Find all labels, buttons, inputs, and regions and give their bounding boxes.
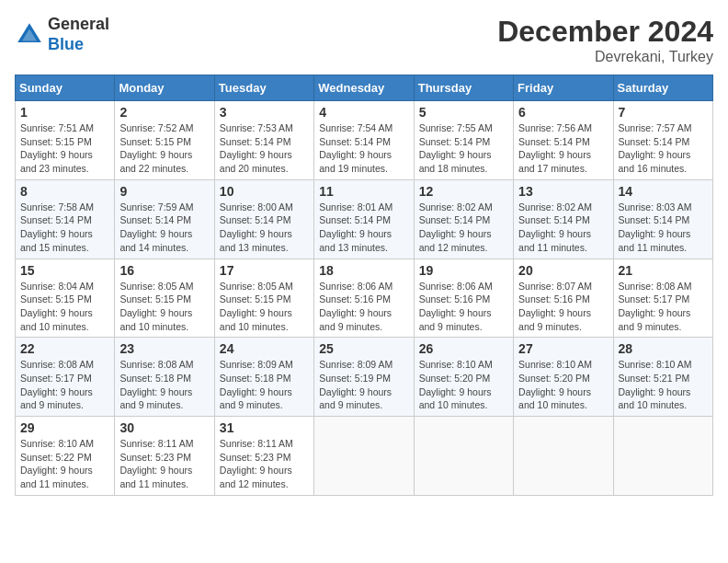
day-info: Sunrise: 7:51 AM Sunset: 5:15 PM Dayligh…: [20, 121, 109, 176]
calendar-day-cell: 18Sunrise: 8:06 AM Sunset: 5:16 PM Dayli…: [314, 259, 414, 338]
calendar-day-cell: 27Sunrise: 8:10 AM Sunset: 5:20 PM Dayli…: [514, 338, 613, 417]
day-info: Sunrise: 8:06 AM Sunset: 5:16 PM Dayligh…: [319, 280, 408, 334]
day-number: 2: [119, 105, 209, 120]
day-info: Sunrise: 7:58 AM Sunset: 5:14 PM Dayligh…: [20, 201, 109, 255]
day-number: 24: [220, 341, 309, 356]
day-info: Sunrise: 8:03 AM Sunset: 5:14 PM Dayligh…: [619, 201, 708, 255]
calendar-header-row: SundayMondayTuesdayWednesdayThursdayFrid…: [16, 75, 713, 101]
day-info: Sunrise: 7:59 AM Sunset: 5:14 PM Dayligh…: [119, 201, 209, 255]
day-info: Sunrise: 7:54 AM Sunset: 5:14 PM Dayligh…: [319, 121, 408, 176]
day-number: 27: [518, 341, 608, 356]
day-info: Sunrise: 8:00 AM Sunset: 5:14 PM Dayligh…: [220, 201, 309, 255]
day-info: Sunrise: 7:53 AM Sunset: 5:14 PM Dayligh…: [220, 121, 309, 176]
day-info: Sunrise: 7:56 AM Sunset: 5:14 PM Dayligh…: [518, 121, 608, 176]
day-number: 30: [119, 420, 209, 435]
day-number: 4: [319, 105, 408, 120]
calendar-day-cell: 23Sunrise: 8:08 AM Sunset: 5:18 PM Dayli…: [115, 338, 214, 417]
location-title: Devrekani, Turkey: [497, 49, 713, 65]
weekday-header: Saturday: [613, 75, 712, 101]
day-number: 15: [20, 263, 109, 278]
calendar-day-cell: 21Sunrise: 8:08 AM Sunset: 5:17 PM Dayli…: [613, 259, 712, 338]
day-number: 7: [619, 105, 708, 120]
calendar-day-cell: 8Sunrise: 7:58 AM Sunset: 5:14 PM Daylig…: [16, 179, 115, 259]
day-info: Sunrise: 8:01 AM Sunset: 5:14 PM Dayligh…: [319, 201, 408, 255]
day-number: 3: [220, 105, 309, 120]
day-number: 14: [619, 184, 708, 199]
logo-blue: Blue: [48, 35, 109, 55]
day-info: Sunrise: 8:05 AM Sunset: 5:15 PM Dayligh…: [119, 280, 209, 334]
logo-icon: [15, 20, 44, 50]
empty-cell: [514, 417, 613, 496]
day-info: Sunrise: 8:02 AM Sunset: 5:14 PM Dayligh…: [518, 201, 608, 255]
calendar-day-cell: 1Sunrise: 7:51 AM Sunset: 5:15 PM Daylig…: [16, 101, 115, 180]
day-info: Sunrise: 7:52 AM Sunset: 5:15 PM Dayligh…: [119, 121, 209, 176]
day-info: Sunrise: 8:08 AM Sunset: 5:17 PM Dayligh…: [619, 280, 708, 334]
day-number: 10: [220, 184, 309, 199]
calendar-week-row: 1Sunrise: 7:51 AM Sunset: 5:15 PM Daylig…: [16, 101, 713, 180]
calendar-day-cell: 9Sunrise: 7:59 AM Sunset: 5:14 PM Daylig…: [115, 179, 214, 259]
day-info: Sunrise: 8:11 AM Sunset: 5:23 PM Dayligh…: [119, 437, 209, 491]
day-number: 23: [119, 341, 209, 356]
calendar-week-row: 15Sunrise: 8:04 AM Sunset: 5:15 PM Dayli…: [16, 259, 713, 338]
day-info: Sunrise: 8:02 AM Sunset: 5:14 PM Dayligh…: [419, 201, 508, 255]
day-number: 20: [518, 263, 608, 278]
weekday-header: Monday: [115, 75, 214, 101]
weekday-header: Tuesday: [214, 75, 313, 101]
calendar-week-row: 8Sunrise: 7:58 AM Sunset: 5:14 PM Daylig…: [16, 179, 713, 259]
weekday-header: Friday: [514, 75, 613, 101]
day-info: Sunrise: 8:11 AM Sunset: 5:23 PM Dayligh…: [220, 437, 309, 491]
calendar-day-cell: 12Sunrise: 8:02 AM Sunset: 5:14 PM Dayli…: [414, 179, 513, 259]
day-number: 28: [619, 341, 708, 356]
page-header: General Blue December 2024 Devrekani, Tu…: [15, 15, 713, 65]
calendar-day-cell: 28Sunrise: 8:10 AM Sunset: 5:21 PM Dayli…: [613, 338, 712, 417]
calendar-day-cell: 11Sunrise: 8:01 AM Sunset: 5:14 PM Dayli…: [314, 179, 414, 259]
calendar-day-cell: 30Sunrise: 8:11 AM Sunset: 5:23 PM Dayli…: [115, 417, 214, 496]
day-info: Sunrise: 8:08 AM Sunset: 5:17 PM Dayligh…: [20, 358, 109, 412]
day-info: Sunrise: 8:06 AM Sunset: 5:16 PM Dayligh…: [419, 280, 508, 334]
calendar-day-cell: 3Sunrise: 7:53 AM Sunset: 5:14 PM Daylig…: [214, 101, 313, 180]
day-number: 22: [20, 341, 109, 356]
day-number: 17: [220, 263, 309, 278]
weekday-header: Thursday: [414, 75, 513, 101]
calendar-day-cell: 5Sunrise: 7:55 AM Sunset: 5:14 PM Daylig…: [414, 101, 513, 180]
empty-cell: [613, 417, 712, 496]
day-info: Sunrise: 8:04 AM Sunset: 5:15 PM Dayligh…: [20, 280, 109, 334]
calendar-day-cell: 14Sunrise: 8:03 AM Sunset: 5:14 PM Dayli…: [613, 179, 712, 259]
day-info: Sunrise: 8:10 AM Sunset: 5:21 PM Dayligh…: [619, 358, 708, 412]
calendar-day-cell: 31Sunrise: 8:11 AM Sunset: 5:23 PM Dayli…: [214, 417, 313, 496]
calendar-day-cell: 10Sunrise: 8:00 AM Sunset: 5:14 PM Dayli…: [214, 179, 313, 259]
day-number: 31: [220, 420, 309, 435]
day-info: Sunrise: 8:10 AM Sunset: 5:22 PM Dayligh…: [20, 437, 109, 491]
day-number: 5: [419, 105, 508, 120]
weekday-header: Sunday: [16, 75, 115, 101]
weekday-header: Wednesday: [314, 75, 414, 101]
calendar-week-row: 22Sunrise: 8:08 AM Sunset: 5:17 PM Dayli…: [16, 338, 713, 417]
calendar-day-cell: 4Sunrise: 7:54 AM Sunset: 5:14 PM Daylig…: [314, 101, 414, 180]
day-number: 25: [319, 341, 408, 356]
day-number: 18: [319, 263, 408, 278]
calendar-week-row: 29Sunrise: 8:10 AM Sunset: 5:22 PM Dayli…: [16, 417, 713, 496]
logo: General Blue: [15, 15, 109, 54]
logo-general: General: [48, 15, 109, 35]
day-info: Sunrise: 8:08 AM Sunset: 5:18 PM Dayligh…: [119, 358, 209, 412]
day-number: 13: [518, 184, 608, 199]
day-number: 8: [20, 184, 109, 199]
calendar-day-cell: 2Sunrise: 7:52 AM Sunset: 5:15 PM Daylig…: [115, 101, 214, 180]
day-info: Sunrise: 7:57 AM Sunset: 5:14 PM Dayligh…: [619, 121, 708, 176]
title-block: December 2024 Devrekani, Turkey: [497, 15, 713, 65]
day-number: 6: [518, 105, 608, 120]
day-info: Sunrise: 8:05 AM Sunset: 5:15 PM Dayligh…: [220, 280, 309, 334]
empty-cell: [314, 417, 414, 496]
month-title: December 2024: [497, 15, 713, 49]
calendar-day-cell: 20Sunrise: 8:07 AM Sunset: 5:16 PM Dayli…: [514, 259, 613, 338]
calendar-day-cell: 17Sunrise: 8:05 AM Sunset: 5:15 PM Dayli…: [214, 259, 313, 338]
day-info: Sunrise: 8:10 AM Sunset: 5:20 PM Dayligh…: [419, 358, 508, 412]
day-number: 9: [119, 184, 209, 199]
calendar-day-cell: 15Sunrise: 8:04 AM Sunset: 5:15 PM Dayli…: [16, 259, 115, 338]
day-info: Sunrise: 7:55 AM Sunset: 5:14 PM Dayligh…: [419, 121, 508, 176]
day-info: Sunrise: 8:10 AM Sunset: 5:20 PM Dayligh…: [518, 358, 608, 412]
calendar-day-cell: 6Sunrise: 7:56 AM Sunset: 5:14 PM Daylig…: [514, 101, 613, 180]
calendar-day-cell: 13Sunrise: 8:02 AM Sunset: 5:14 PM Dayli…: [514, 179, 613, 259]
day-number: 12: [419, 184, 508, 199]
day-info: Sunrise: 8:09 AM Sunset: 5:19 PM Dayligh…: [319, 358, 408, 412]
